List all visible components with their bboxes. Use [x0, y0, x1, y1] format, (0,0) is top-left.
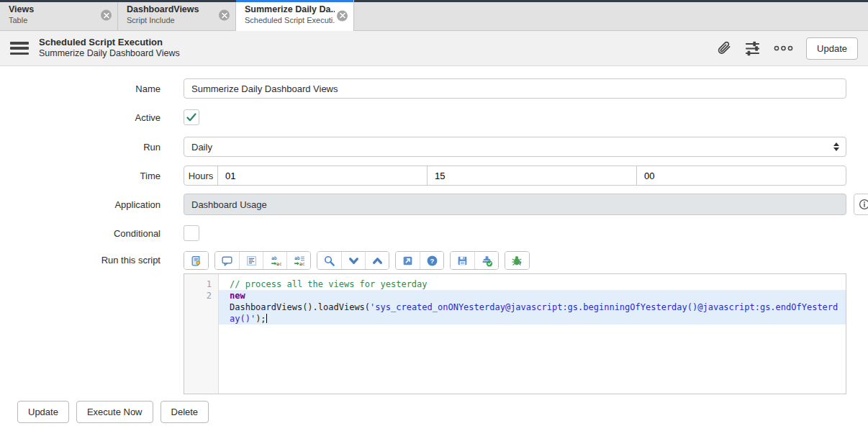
svg-text:ac: ac — [299, 260, 305, 266]
hamburger-menu-icon[interactable] — [10, 42, 29, 55]
script-editor: 12 // process all the views for yesterda… — [184, 273, 846, 394]
debug-icon[interactable] — [505, 252, 529, 269]
page-title: Scheduled Script Execution — [39, 37, 180, 48]
active-label: Active — [0, 112, 161, 123]
tab-subtitle: Script Include — [127, 16, 217, 24]
line-number-gutter: 12 — [184, 274, 219, 394]
info-icon — [859, 199, 868, 210]
footer-actions: Update Execute Now Delete — [17, 401, 868, 423]
application-label: Application — [0, 199, 161, 210]
tab-title: Views — [9, 4, 99, 14]
tab-bar: Views Table DashboardViews Script Includ… — [0, 0, 868, 31]
comment-icon[interactable] — [215, 252, 239, 269]
tab-dashboardviews[interactable]: DashboardViews Script Include — [118, 0, 236, 31]
time-minutes-input[interactable] — [427, 165, 637, 186]
tabbar-top-strip — [0, 0, 868, 2]
close-icon[interactable] — [101, 10, 112, 21]
update-button-header[interactable]: Update — [806, 37, 858, 60]
name-label: Name — [0, 83, 161, 94]
syntax-check-icon[interactable] — [474, 252, 498, 269]
text-cursor — [266, 314, 268, 323]
script-macro-icon[interactable] — [184, 252, 208, 269]
active-checkbox[interactable] — [184, 109, 199, 125]
delete-button[interactable]: Delete — [161, 401, 209, 423]
update-button[interactable]: Update — [17, 401, 69, 423]
script-editor-toolbar: abac abac — [184, 251, 846, 270]
run-select[interactable]: Daily — [184, 137, 846, 157]
record-title: Summerize Daily Dashboard Views — [39, 48, 180, 60]
close-icon[interactable] — [337, 10, 348, 21]
check-icon — [186, 112, 197, 123]
form-body: Name Active Run Daily Time Hours — [0, 66, 868, 394]
svg-text:ab: ab — [294, 255, 300, 260]
tab-subtitle: Table — [9, 16, 99, 24]
run-label: Run — [0, 142, 161, 153]
personalize-form-sliders-icon[interactable] — [744, 40, 761, 57]
save-icon[interactable] — [451, 252, 474, 269]
format-code-icon[interactable] — [239, 252, 263, 269]
more-options-icon[interactable] — [774, 44, 793, 53]
code-line[interactable]: new DashboardViews().loadViews('sys_crea… — [219, 290, 846, 325]
svg-text:ac: ac — [276, 260, 281, 266]
time-label: Time — [0, 171, 161, 181]
application-info-button[interactable] — [854, 194, 868, 215]
conditional-checkbox[interactable] — [184, 225, 199, 241]
name-input[interactable] — [184, 78, 846, 99]
code-area[interactable]: // process all the views for yesterdayne… — [219, 274, 846, 394]
replace-all-icon[interactable]: abac — [286, 252, 310, 269]
run-this-script-label: Run this script — [0, 255, 161, 266]
conditional-label: Conditional — [0, 228, 161, 239]
replace-icon[interactable]: abac — [263, 252, 286, 269]
line-number: 1 — [184, 278, 218, 290]
tab-views[interactable]: Views Table — [0, 0, 118, 31]
help-icon[interactable]: ? — [420, 252, 443, 269]
time-hours-input[interactable] — [217, 165, 428, 186]
application-field: Dashboard Usage — [184, 194, 846, 215]
line-number: 2 — [184, 290, 218, 325]
svg-text:ab: ab — [271, 255, 277, 260]
tab-subtitle: Scheduled Script Executi... — [245, 16, 335, 24]
select-arrows-icon — [833, 142, 839, 151]
svg-text:?: ? — [430, 256, 434, 264]
tab-title: Summerize Daily Da... — [245, 4, 335, 14]
tabbar-filler — [354, 0, 868, 31]
code-line[interactable]: // process all the views for yesterday — [219, 278, 846, 290]
find-previous-icon[interactable] — [365, 252, 389, 269]
open-in-new-window-icon[interactable] — [396, 252, 420, 269]
search-icon[interactable] — [317, 252, 341, 269]
time-seconds-input[interactable] — [636, 165, 846, 186]
run-select-value: Daily — [191, 142, 212, 153]
find-next-icon[interactable] — [341, 252, 365, 269]
time-hours-caption: Hours — [184, 165, 218, 186]
execute-now-button[interactable]: Execute Now — [76, 401, 153, 423]
tab-title: DashboardViews — [127, 4, 217, 14]
form-header: Scheduled Script Execution Summerize Dai… — [0, 31, 868, 66]
close-icon[interactable] — [219, 10, 230, 21]
attachment-paperclip-icon[interactable] — [716, 41, 731, 56]
tab-scheduled-script[interactable]: Summerize Daily Da... Scheduled Script E… — [236, 0, 354, 31]
